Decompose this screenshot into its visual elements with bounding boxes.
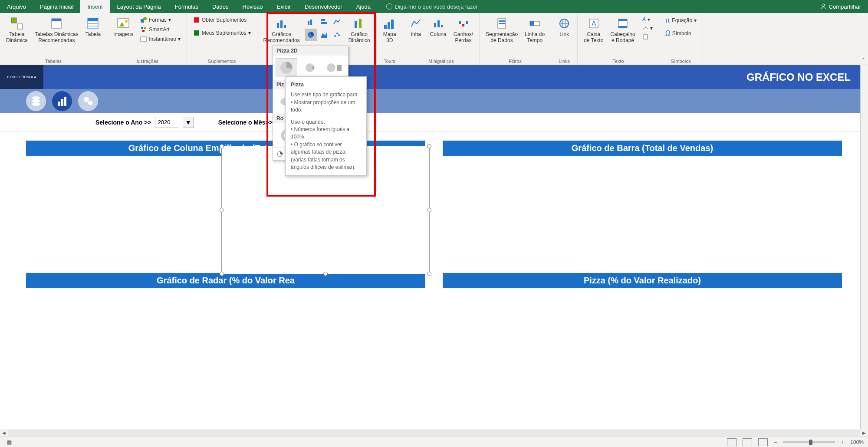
timeline-button[interactable]: Linha do Tempo (523, 16, 546, 45)
pivot-table-button[interactable]: Tabela Dinâmica (4, 16, 30, 45)
tab-ajuda[interactable]: Ajuda (349, 0, 378, 13)
tab-pagina-inicial[interactable]: Página Inicial (33, 0, 80, 13)
share-button[interactable]: Compartilhar (813, 3, 868, 10)
svg-rect-56 (643, 35, 648, 39)
vertical-scrollbar[interactable] (860, 65, 868, 429)
svg-rect-4 (52, 19, 61, 21)
svg-rect-55 (618, 26, 627, 28)
zoom-level[interactable]: 100% (850, 439, 864, 445)
filter-row: Selecione o Ano >> 2020 ▼ Selecione o Mê… (0, 113, 868, 132)
resize-handle[interactable] (220, 208, 224, 212)
zoom-in-button[interactable]: + (841, 439, 844, 445)
sparkline-line-button[interactable]: inha (408, 16, 425, 38)
dashboard-title: GRÁFICO NO EXCEL (746, 71, 851, 83)
group-label-texto: Texto (582, 58, 654, 64)
table-button[interactable]: Tabela (84, 16, 102, 38)
resize-handle[interactable] (323, 272, 328, 276)
svg-rect-2 (17, 24, 23, 29)
chart-header-radar: Gráfico de Radar (% do Valor Rea (26, 273, 425, 288)
header-footer-button[interactable]: Cabeçalho e Rodapé (608, 16, 637, 45)
svg-rect-18 (194, 17, 199, 23)
shapes-button[interactable]: Formas ▾ (138, 16, 182, 24)
collapse-ribbon-icon[interactable]: ⌃ (861, 57, 865, 63)
year-select[interactable]: 2020 (155, 117, 179, 128)
sparkline-column-button[interactable]: Coluna (428, 16, 448, 38)
svg-rect-20 (277, 23, 279, 28)
area-chart-dropdown[interactable] (318, 29, 330, 41)
tab-revisao[interactable]: Revisão (236, 0, 270, 13)
pictures-button[interactable]: Imagens (112, 16, 135, 38)
svg-rect-14 (141, 27, 143, 29)
my-addins-button[interactable]: Meus Suplementos ▾ (191, 29, 253, 37)
column-chart-dropdown[interactable] (305, 16, 317, 28)
tab-inserir[interactable]: Inserir (80, 0, 110, 13)
chart-placeholder-2[interactable] (443, 156, 842, 264)
svg-rect-24 (310, 20, 312, 25)
smartart-button[interactable]: SmartArt (138, 25, 182, 34)
scroll-right-icon[interactable]: ▶ (860, 429, 868, 437)
svg-point-0 (822, 4, 825, 7)
record-macro-icon[interactable]: ▦ (7, 439, 12, 445)
bar-chart-dropdown[interactable] (318, 16, 330, 28)
scatter-chart-dropdown[interactable] (331, 29, 343, 41)
symbol-button[interactable]: Ω Símbolo (664, 29, 698, 38)
nav-chart-icon[interactable] (52, 91, 72, 111)
view-normal-icon[interactable] (727, 438, 736, 446)
svg-point-67 (327, 63, 335, 72)
group-label-minigraficos: Minigráficos (408, 58, 475, 64)
ribbon: Tabela Dinâmica Tabelas Dinâmicas Recome… (0, 13, 868, 65)
get-addins-button[interactable]: Obter Suplementos (191, 16, 253, 24)
textbox-button[interactable]: ACaixa de Texto (582, 16, 605, 45)
link-button[interactable]: Link (556, 16, 573, 38)
tab-exibir[interactable]: Exibir (270, 0, 298, 13)
tab-layout[interactable]: Layout da Página (110, 0, 168, 13)
svg-rect-23 (308, 21, 309, 25)
view-page-break-icon[interactable] (758, 438, 768, 446)
tab-arquivo[interactable]: Arquivo (0, 0, 33, 13)
map3d-button[interactable]: Mapa 3D (381, 16, 398, 45)
svg-rect-26 (321, 22, 327, 24)
tooltip-title: Pizza (291, 81, 361, 89)
tab-formulas[interactable]: Fórmulas (168, 0, 205, 13)
recommended-pivot-button[interactable]: Tabelas Dinâmicas Recomendadas (33, 16, 80, 45)
zoom-slider[interactable] (783, 441, 835, 443)
year-dropdown-icon[interactable]: ▼ (183, 117, 194, 128)
chart-placeholder-4[interactable] (443, 288, 842, 397)
pivot-chart-button[interactable]: Gráfico Dinâmico (347, 16, 372, 45)
resize-handle[interactable] (220, 144, 224, 148)
svg-rect-60 (58, 102, 60, 106)
svg-point-64 (88, 101, 92, 105)
nav-settings-icon[interactable] (78, 91, 98, 111)
line-chart-dropdown[interactable] (331, 16, 343, 28)
resize-handle[interactable] (427, 208, 431, 212)
sparkline-winloss-button[interactable]: Ganhos/ Perdas (452, 16, 475, 45)
tab-desenvolvedor[interactable]: Desenvolvedor (298, 0, 349, 13)
svg-point-63 (84, 97, 89, 102)
equation-button[interactable]: π Equação ▾ (664, 16, 698, 25)
pie-exploded-option[interactable] (300, 58, 322, 77)
screenshot-button[interactable]: Instantâneo ▾ (138, 35, 182, 43)
pie-2d-option[interactable] (276, 58, 297, 77)
resize-handle[interactable] (220, 272, 224, 276)
person-icon (820, 3, 826, 10)
horizontal-scrollbar[interactable]: ◀ ▶ (0, 429, 868, 437)
svg-point-59 (32, 102, 40, 106)
tell-me-search[interactable]: Diga-me o que você deseja fazer (386, 3, 478, 10)
signature-button[interactable]: ▾ (641, 24, 654, 32)
pie-chart-dropdown[interactable] (305, 29, 317, 41)
object-button[interactable] (641, 33, 654, 41)
recommended-charts-button[interactable]: Gráficos Recomendados (262, 16, 302, 45)
view-page-layout-icon[interactable] (743, 438, 752, 446)
resize-handle[interactable] (427, 272, 431, 276)
slicer-button[interactable]: Segmentação de Dados (484, 16, 519, 45)
svg-point-31 (338, 34, 340, 36)
nav-data-icon[interactable] (26, 91, 46, 111)
scroll-left-icon[interactable]: ◀ (0, 429, 8, 437)
logo-corner: EXCEL FÓRMULA (0, 65, 43, 89)
zoom-out-button[interactable]: − (774, 439, 777, 445)
pie-of-pie-option[interactable] (324, 58, 345, 77)
resize-handle[interactable] (427, 144, 431, 148)
wordart-button[interactable]: A ▾ (641, 16, 654, 23)
chart-placeholder-3[interactable] (26, 288, 425, 397)
tab-dados[interactable]: Dados (205, 0, 236, 13)
